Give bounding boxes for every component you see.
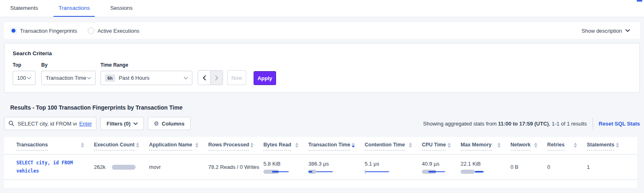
sort-icon[interactable] <box>195 143 198 148</box>
chevron-down-icon <box>184 77 188 79</box>
column-header-retries[interactable]: Retries <box>547 142 587 154</box>
column-header-network[interactable]: Network <box>510 142 547 154</box>
tab-statements[interactable]: Statements <box>5 0 43 17</box>
sort-icon[interactable] <box>448 143 451 148</box>
chevron-down-icon <box>87 77 91 79</box>
sort-icon[interactable] <box>497 143 501 148</box>
column-header-cpu-time[interactable]: CPU Time <box>422 142 461 154</box>
column-header-transaction-time[interactable]: Transaction Time <box>308 142 365 154</box>
page-tabs: Statements Transactions Sessions <box>0 0 644 17</box>
aggregated-stats-text: Showing aggregated stats from 11:00 to 1… <box>423 121 587 127</box>
sort-icon[interactable] <box>352 143 355 148</box>
application-name-cell: movr <box>149 164 208 170</box>
sort-icon[interactable] <box>534 143 537 148</box>
transaction-fingerprint-link[interactable]: SELECT city, id FROM vehicles <box>16 160 73 174</box>
radio-selected-icon <box>10 27 17 34</box>
next-time-range-button[interactable] <box>210 71 223 85</box>
search-enter-button[interactable]: Enter <box>79 121 92 127</box>
prev-time-range-button[interactable] <box>198 71 210 85</box>
column-header-contention-time[interactable]: Contention Time <box>365 142 422 154</box>
cpu-time-bar <box>422 170 461 174</box>
column-header-bytes-read[interactable]: Bytes Read <box>263 142 308 154</box>
by-select[interactable]: Transaction Time <box>41 71 96 85</box>
search-icon <box>9 121 14 126</box>
execution-count-bar <box>112 165 136 170</box>
tab-transactions[interactable]: Transactions <box>53 0 95 17</box>
sort-icon[interactable] <box>250 143 254 148</box>
radio-transaction-fingerprints[interactable]: Transaction Fingerprints <box>10 27 77 34</box>
by-field: By Transaction Time <box>41 62 96 85</box>
results-toolbar: Enter Filters (0) ⚙ Columns Showing aggr… <box>4 117 640 130</box>
sort-icon[interactable] <box>616 143 619 148</box>
column-header-rows-processed[interactable]: Rows Processed <box>208 142 263 154</box>
top-field: Top 100 <box>13 62 36 85</box>
chevron-down-icon <box>27 77 31 79</box>
search-input[interactable] <box>18 121 77 127</box>
results-heading: Results - Top 100 Transaction Fingerprin… <box>10 104 644 111</box>
contention-time-bar <box>365 170 422 174</box>
radio-unselected-icon <box>88 27 94 34</box>
transaction-time-cell: 386.3 µs <box>308 161 365 174</box>
column-header-execution-count[interactable]: Execution Count <box>94 142 149 154</box>
reset-sql-stats-link[interactable]: Reset SQL Stats <box>599 121 640 127</box>
column-header-application-name[interactable]: Application Name <box>149 142 208 154</box>
chevron-down-icon <box>134 122 138 125</box>
search-box: Enter <box>4 117 96 130</box>
chevron-left-icon <box>203 75 206 81</box>
chevron-down-icon <box>625 29 630 32</box>
gear-icon: ⚙ <box>154 121 159 126</box>
cpu-time-cell: 40.9 µs <box>422 161 461 174</box>
column-header-statements[interactable]: Statements <box>587 142 629 154</box>
bytes-read-cell: 5.8 KiB <box>263 161 308 174</box>
table-header-row: Transactions Execution Count Application… <box>4 137 637 155</box>
bytes-read-bar <box>263 170 308 174</box>
now-button[interactable]: Now <box>227 70 246 85</box>
network-cell: 0 B <box>510 164 547 170</box>
view-toggle-bar: Transaction Fingerprints Active Executio… <box>4 22 640 39</box>
search-criteria-title: Search Criteria <box>13 50 631 56</box>
max-memory-bar <box>461 170 510 174</box>
time-range-badge: 6h <box>105 74 115 82</box>
radio-active-executions[interactable]: Active Executions <box>88 27 140 34</box>
show-description-toggle[interactable]: Show description <box>582 28 630 34</box>
sort-icon[interactable] <box>574 143 577 148</box>
search-criteria-panel: Search Criteria Top 100 By Transaction T… <box>4 43 640 93</box>
tab-sessions[interactable]: Sessions <box>105 0 138 17</box>
filters-button[interactable]: Filters (0) <box>100 117 144 130</box>
scrollbar-thumb[interactable] <box>637 0 642 2</box>
transactions-page: Statements Transactions Sessions Transac… <box>0 0 644 193</box>
column-header-transactions[interactable]: Transactions <box>16 142 94 154</box>
execution-count-cell: 262k <box>94 164 149 170</box>
sort-icon[interactable] <box>81 143 84 148</box>
sort-icon[interactable] <box>136 143 139 148</box>
transaction-time-bar <box>308 170 365 174</box>
sort-icon[interactable] <box>409 143 412 148</box>
radio-label: Active Executions <box>98 28 140 34</box>
contention-time-cell: 5.1 µs <box>365 161 422 174</box>
retries-cell: 0 <box>547 164 587 170</box>
transaction-cell: SELECT city, id FROM vehicles <box>16 159 94 175</box>
chevron-right-icon <box>215 75 218 81</box>
column-header-max-memory[interactable]: Max Memory <box>461 142 510 154</box>
top-select[interactable]: 100 <box>13 71 36 85</box>
apply-button[interactable]: Apply <box>254 71 276 85</box>
max-memory-cell: 22.1 KiB <box>461 161 510 174</box>
time-range-select[interactable]: 6h Past 6 Hours <box>100 71 192 85</box>
transactions-table: Transactions Execution Count Application… <box>4 137 637 188</box>
radio-label: Transaction Fingerprints <box>20 28 77 34</box>
columns-button[interactable]: ⚙ Columns <box>148 117 191 130</box>
statements-cell: 1 <box>587 164 629 170</box>
table-row: SELECT city, id FROM vehicles 262k movr … <box>4 155 637 180</box>
stats-summary-area: Showing aggregated stats from 11:00 to 1… <box>423 118 640 129</box>
divider <box>593 118 593 129</box>
sort-icon[interactable] <box>295 143 299 148</box>
time-range-field: Time Range 6h Past 6 Hours <box>100 62 192 85</box>
rows-processed-cell: 78.2 Reads / 0 Writes <box>208 164 263 170</box>
time-range-nav <box>198 70 223 85</box>
